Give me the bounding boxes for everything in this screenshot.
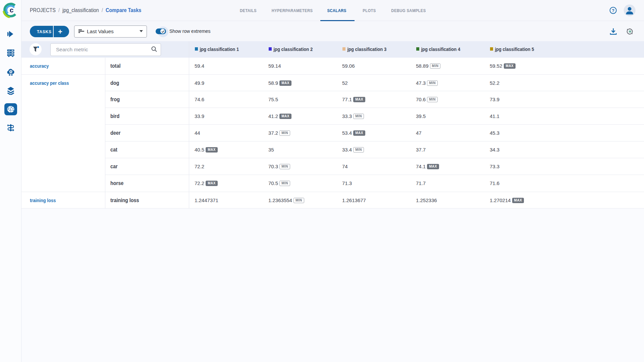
- svg-text:?: ?: [612, 8, 614, 13]
- svg-text:c: c: [10, 6, 14, 14]
